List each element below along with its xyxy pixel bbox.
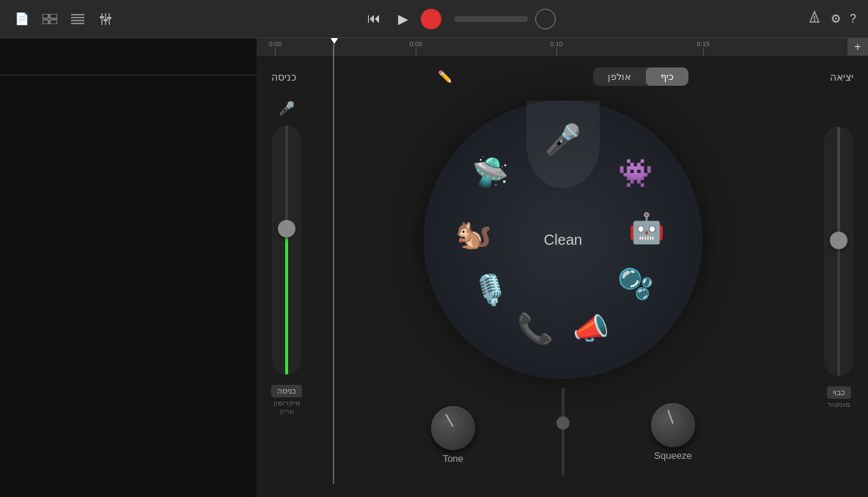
input-section: 🎤 כניסה מיקרופוןערוץ (271, 100, 302, 415)
center-slider-area (562, 388, 564, 476)
help-icon[interactable]: ? (850, 12, 856, 26)
rewind-button[interactable]: ⏮ (362, 7, 386, 31)
mic-channel-label: מיקרופוןערוץ (271, 399, 302, 415)
ruler-mark-2: 0:10 (550, 38, 563, 56)
ruler-mark-0: 0:00 (269, 38, 282, 56)
ruler-label-3: 0:15 (696, 38, 710, 48)
ruler-mark-3: 0:15 (696, 38, 710, 56)
output-tab-label: יציאה (830, 71, 853, 83)
voice-wheel-container: Clean 🎤 🛸 👾 🐿️ 🤖 🎙️ (314, 100, 812, 476)
output-slider-thumb[interactable] (830, 232, 847, 249)
play-button[interactable]: ▶ (391, 7, 415, 31)
squeeze-knob-indicator (667, 409, 674, 423)
svg-rect-1 (50, 14, 57, 18)
tab-pencil-area: ✏️ (438, 70, 452, 84)
input-slider-thumb[interactable] (278, 220, 295, 238)
edit-icon[interactable]: ✏️ (438, 70, 452, 84)
tone-knob[interactable] (431, 406, 475, 450)
ruler-label-0: 0:00 (269, 38, 282, 48)
view-toggle-button[interactable] (40, 9, 60, 29)
knobs-row: Tone Squeeze (424, 388, 702, 476)
tone-knob-area: Tone (431, 406, 475, 464)
tabs-row: כניסה ✏️ אולפן כיף יציאה (271, 67, 853, 86)
toolbar-right: ⚙ ? (807, 10, 856, 28)
mixer-button[interactable] (95, 9, 116, 29)
wheel-item-robot[interactable]: 🤖 (623, 205, 670, 252)
wheel-item-stage-mic[interactable]: 🎙️ (467, 266, 514, 313)
squeeze-knob-area: Squeeze (651, 403, 695, 461)
main-content: כניסה ✏️ אולפן כיף יציאה 🎤 (257, 56, 868, 497)
svg-rect-2 (43, 20, 48, 24)
wheel-item-alien[interactable]: 🛸 (467, 150, 514, 196)
fx-main-area: 🎤 כניסה מיקרופוןערוץ (271, 100, 853, 485)
svg-rect-11 (100, 16, 104, 18)
level-meter (455, 16, 528, 22)
svg-rect-3 (50, 20, 57, 24)
tab-fun[interactable]: כיף (646, 67, 688, 86)
input-header: 🎤 (279, 100, 295, 117)
wheel-item-telephone[interactable]: 📞 (512, 306, 559, 353)
squeeze-knob[interactable] (651, 403, 695, 447)
output-slider-container (824, 127, 853, 376)
voice-fx-panel: כניסה ✏️ אולפן כיף יציאה 🎤 (257, 56, 868, 497)
svg-rect-12 (103, 19, 108, 21)
add-track-button[interactable]: + (847, 38, 868, 56)
ruler-line-1 (416, 48, 416, 56)
svg-rect-13 (107, 17, 111, 19)
tone-knob-indicator (445, 413, 454, 427)
center-slider-thumb[interactable] (556, 416, 570, 430)
wheel-item-microphone[interactable]: 🎤 (540, 116, 586, 163)
wheel-item-megaphone[interactable]: 📣 (567, 306, 614, 353)
ruler-line-0 (275, 48, 276, 56)
level-indicator (535, 9, 556, 29)
center-slider-track[interactable] (562, 388, 564, 476)
input-labels: כניסה מיקרופוןערוץ (271, 385, 302, 415)
transport-controls: ⏮ ▶ (362, 7, 441, 31)
monitor-label: מוניטור (827, 400, 851, 408)
metronome-icon[interactable] (807, 10, 822, 28)
list-view-button[interactable] (67, 9, 88, 29)
ruler-line-2 (556, 48, 557, 56)
tab-studio[interactable]: אולפן (593, 67, 646, 86)
wheel-item-squirrel[interactable]: 🐿️ (450, 210, 497, 257)
input-slider-fill (285, 238, 288, 375)
ruler-inner: 0:00 0:05 0:10 0:15 (257, 38, 868, 56)
timeline-ruler[interactable]: 0:00 0:05 0:10 0:15 (257, 38, 868, 56)
settings-icon[interactable]: ⚙ (831, 12, 841, 26)
toolbar: 📄 ⏮ ▶ (0, 0, 868, 38)
new-file-button[interactable]: 📄 (12, 9, 32, 29)
voice-wheel[interactable]: Clean 🎤 🛸 👾 🐿️ 🤖 🎙️ (424, 100, 702, 379)
output-mute-btn[interactable]: כבוי (827, 386, 851, 399)
tone-label: Tone (443, 453, 463, 464)
record-button[interactable] (421, 9, 441, 29)
ruler-line-3 (703, 48, 704, 56)
output-section: כבוי מוניטור (824, 100, 853, 408)
output-labels: כבוי מוניטור (827, 386, 851, 408)
panel-divider (0, 75, 257, 76)
ruler-mark-1: 0:05 (410, 38, 423, 56)
tab-switcher: אולפן כיף (593, 67, 688, 86)
left-panel (0, 38, 257, 497)
squeeze-label: Squeeze (654, 450, 691, 461)
mic-input-icon[interactable]: 🎤 (279, 100, 295, 117)
input-label-btn[interactable]: כניסה (271, 385, 302, 397)
ruler-label-1: 0:05 (410, 38, 423, 48)
ruler-label-2: 0:10 (550, 38, 563, 48)
wheel-center-label: Clean (544, 232, 582, 248)
wheel-item-monster[interactable]: 👾 (612, 150, 659, 196)
playhead[interactable] (334, 38, 338, 484)
input-slider-container (272, 125, 301, 375)
input-tab-label: כניסה (271, 71, 296, 83)
wheel-item-bubbles[interactable]: 🫧 (612, 261, 659, 308)
svg-rect-0 (43, 14, 48, 18)
